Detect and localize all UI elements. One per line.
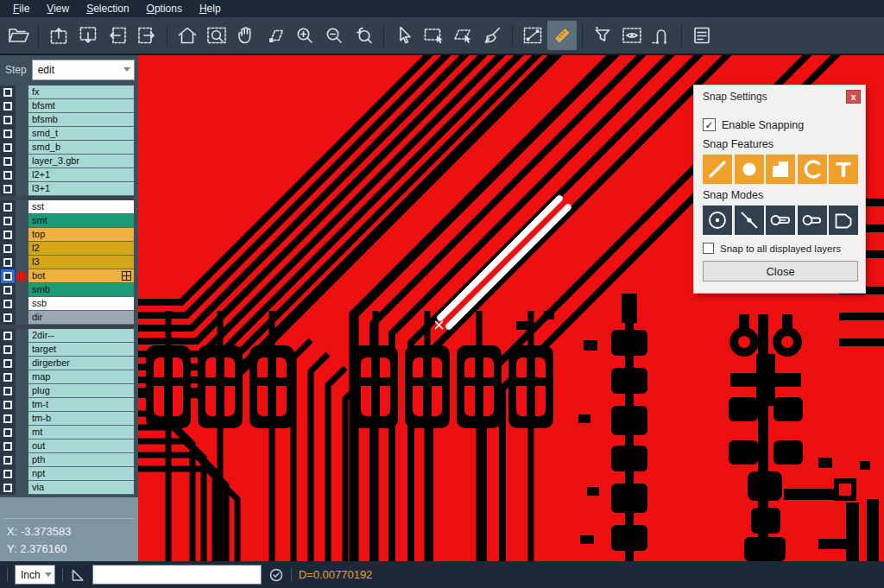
layer-row[interactable]: sst [0, 200, 134, 214]
snap-arc-button[interactable] [798, 155, 827, 184]
view-object-button[interactable] [617, 21, 647, 50]
layer-row[interactable]: dirgerber [0, 357, 134, 370]
snap-surface-button[interactable] [766, 155, 795, 184]
layer-visibility-checkbox[interactable] [3, 373, 12, 382]
snap-contour-button[interactable] [829, 205, 858, 235]
layer-label[interactable]: dirgerber [28, 357, 134, 370]
layer-visibility-checkbox[interactable] [3, 286, 12, 294]
layer-label[interactable]: smb [28, 283, 134, 297]
layer-row[interactable]: smd_b [0, 141, 134, 155]
snap-on-line-button[interactable] [735, 205, 764, 235]
open-button[interactable] [3, 21, 33, 50]
measure-button[interactable] [518, 21, 547, 50]
layer-label[interactable]: l3+1 [28, 182, 134, 196]
layer-label[interactable]: npt [28, 467, 134, 481]
layers-list-button[interactable] [687, 21, 717, 50]
menu-selection[interactable]: Selection [79, 2, 136, 16]
layer-row[interactable]: mt [0, 426, 134, 439]
close-icon[interactable]: x [846, 90, 861, 104]
rect-select-button[interactable] [419, 21, 448, 50]
layer-label[interactable]: dir [28, 311, 134, 325]
menu-view[interactable]: View [39, 2, 77, 16]
layer-visibility-checkbox[interactable] [3, 203, 12, 212]
layer-visibility-checkbox[interactable] [3, 116, 12, 124]
layer-visibility-checkbox[interactable] [3, 272, 12, 281]
layer-visibility-checkbox[interactable] [3, 258, 12, 267]
enable-snapping-checkbox[interactable]: ✓ [703, 118, 716, 131]
layer-label[interactable]: map [28, 370, 134, 384]
layer-visibility-checkbox[interactable] [3, 470, 12, 478]
layer-label[interactable]: ssb [28, 297, 134, 311]
menu-options[interactable]: Options [139, 2, 190, 16]
layer-label[interactable]: smd_b [28, 141, 134, 155]
layer-label[interactable]: sst [28, 200, 134, 214]
layer-row[interactable]: smd_t [0, 127, 134, 141]
zoom-window-button[interactable] [202, 21, 231, 50]
pan-down-button[interactable] [73, 21, 103, 50]
layer-row[interactable]: l2 [0, 242, 134, 256]
layer-label[interactable]: pth [28, 453, 134, 467]
polygon-select-button[interactable] [448, 21, 477, 50]
layer-visibility-checkbox[interactable] [3, 387, 12, 395]
close-button[interactable]: Close [703, 261, 858, 281]
layer-row[interactable]: via [0, 481, 134, 495]
snap-pad-button[interactable] [735, 155, 764, 184]
select-button[interactable] [389, 21, 419, 50]
layer-row[interactable]: fx [0, 85, 134, 99]
layer-visibility-checkbox[interactable] [3, 231, 12, 239]
zoom-out-button[interactable] [319, 21, 349, 50]
layer-row[interactable]: smb [0, 283, 134, 297]
layer-visibility-checkbox[interactable] [3, 157, 12, 166]
layer-label[interactable]: l3 [28, 256, 134, 269]
menu-help[interactable]: Help [192, 2, 229, 16]
pan-hand-button[interactable] [231, 21, 261, 50]
layer-row[interactable]: l3+1 [0, 182, 134, 196]
menu-file[interactable]: File [5, 2, 37, 16]
layer-row[interactable]: layer_3.gbr [0, 155, 134, 168]
command-input[interactable] [92, 565, 262, 585]
layer-label[interactable]: via [28, 481, 134, 495]
snap-line-button[interactable] [703, 155, 732, 184]
zoom-in-button[interactable] [290, 21, 319, 50]
snap-pad-exit-button[interactable] [798, 205, 827, 235]
layer-label[interactable]: tm-b [28, 412, 134, 426]
net-trace-button[interactable] [647, 21, 676, 50]
layer-row[interactable]: target [0, 343, 134, 357]
layer-row[interactable]: bfsmt [0, 99, 134, 113]
pan-right-button[interactable] [132, 21, 161, 50]
layer-visibility-checkbox[interactable] [3, 185, 12, 193]
layer-visibility-checkbox[interactable] [3, 414, 12, 423]
clean-button[interactable] [477, 21, 507, 50]
layer-visibility-checkbox[interactable] [3, 442, 12, 451]
filter-button[interactable] [588, 21, 617, 50]
layer-row[interactable]: pth [0, 453, 134, 467]
layer-visibility-checkbox[interactable] [3, 456, 12, 465]
layer-row[interactable]: 2dir-- [0, 329, 134, 343]
layer-visibility-checkbox[interactable] [3, 88, 12, 97]
layer-visibility-checkbox[interactable] [3, 300, 12, 308]
layer-label[interactable]: smd_t [28, 127, 134, 141]
layer-visibility-checkbox[interactable] [3, 171, 12, 180]
layer-visibility-checkbox[interactable] [3, 244, 12, 253]
layer-label[interactable]: mt [28, 426, 134, 439]
dialog-titlebar[interactable]: Snap Settings x [694, 85, 865, 108]
snap-all-layers-checkbox[interactable] [703, 243, 714, 254]
layer-label[interactable]: l2+1 [28, 168, 134, 182]
step-select[interactable]: edit [32, 60, 135, 80]
unit-select[interactable]: Inch [15, 565, 55, 585]
snap-center-button[interactable] [703, 205, 732, 235]
zoom-previous-button[interactable] [349, 21, 378, 50]
layer-label[interactable]: 2dir-- [28, 329, 134, 343]
layer-visibility-checkbox[interactable] [3, 313, 12, 322]
layer-label[interactable]: smt [28, 214, 134, 228]
layer-row[interactable]: tm-b [0, 412, 134, 426]
layer-label[interactable]: l2 [28, 242, 134, 256]
layer-visibility-checkbox[interactable] [3, 401, 12, 409]
layer-row[interactable]: map [0, 370, 134, 384]
pan-left-button[interactable] [103, 21, 132, 50]
layer-row[interactable]: plug [0, 384, 134, 398]
layer-visibility-checkbox[interactable] [3, 143, 12, 152]
layer-label[interactable]: plug [28, 384, 134, 398]
layer-row[interactable]: l2+1 [0, 168, 134, 182]
layer-label[interactable]: tm-t [28, 398, 134, 412]
